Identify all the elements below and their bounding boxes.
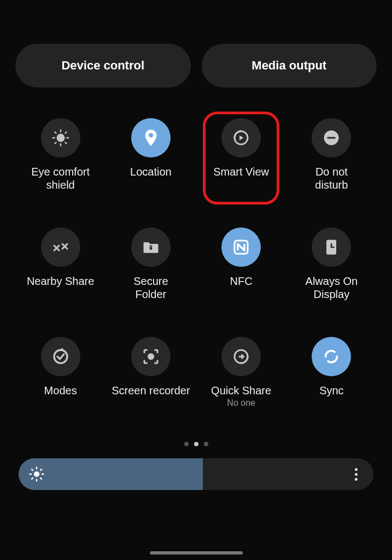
svg-line-5 <box>65 142 66 143</box>
tile-label: Nearby Share <box>27 275 94 288</box>
tile-secure-folder[interactable]: Secure Folder <box>107 224 195 301</box>
tile-nfc[interactable]: NFC <box>197 224 285 288</box>
dnd-icon <box>312 118 351 158</box>
top-button-row: Device control Media output <box>15 44 377 88</box>
more-vert-icon <box>355 473 358 476</box>
modes-icon <box>41 337 80 376</box>
svg-line-24 <box>32 478 33 479</box>
svg-point-14 <box>54 350 67 363</box>
pager-dot[interactable] <box>184 442 189 446</box>
svg-line-7 <box>65 132 66 133</box>
tile-location[interactable]: Location <box>107 115 195 178</box>
tile-label: Quick Share <box>211 384 271 397</box>
svg-line-23 <box>40 478 42 479</box>
tile-sync[interactable]: Sync <box>288 334 375 397</box>
tile-modes[interactable]: Modes <box>17 334 104 397</box>
tile-nearby-share[interactable]: Nearby Share <box>17 224 104 288</box>
page-indicator[interactable] <box>15 442 377 446</box>
svg-rect-10 <box>327 137 336 139</box>
brightness-row <box>15 458 377 490</box>
sync-icon <box>312 337 351 376</box>
tile-label: Secure Folder <box>133 275 168 301</box>
gesture-nav-bar[interactable] <box>150 551 243 555</box>
svg-line-6 <box>55 142 56 143</box>
tile-eye-comfort[interactable]: Eye comfort shield <box>17 115 104 191</box>
tile-label: Sync <box>319 384 343 397</box>
smart-view-icon <box>221 118 261 158</box>
location-icon <box>131 118 171 158</box>
brightness-options-button[interactable] <box>344 462 368 486</box>
quick-tiles-grid: Eye comfort shieldLocationSmart ViewDo n… <box>15 115 377 432</box>
pager-dot[interactable] <box>194 442 198 446</box>
media-output-label: Media output <box>251 59 326 73</box>
screen-recorder-icon <box>131 337 171 376</box>
pager-dot[interactable] <box>204 442 208 446</box>
tile-label: Always On Display <box>306 275 358 301</box>
svg-point-15 <box>148 354 153 359</box>
tile-label: Do not disturb <box>315 165 348 191</box>
tile-quick-share[interactable]: Quick ShareNo one <box>197 334 285 408</box>
brightness-slider[interactable] <box>19 458 373 490</box>
tile-label: Modes <box>44 384 77 397</box>
svg-point-17 <box>34 471 39 477</box>
eye-comfort-icon <box>41 118 80 158</box>
tile-label: Location <box>130 165 172 178</box>
tile-label: Eye comfort shield <box>31 165 90 191</box>
tile-smart-view[interactable]: Smart View <box>197 115 285 178</box>
nearby-share-icon <box>41 228 80 267</box>
svg-rect-11 <box>150 247 153 250</box>
nfc-icon <box>221 228 261 267</box>
always-on-icon <box>312 228 351 267</box>
brightness-icon <box>28 466 45 482</box>
media-output-button[interactable]: Media output <box>202 44 377 88</box>
secure-folder-icon <box>131 228 171 267</box>
tile-label: Screen recorder <box>112 384 190 397</box>
tile-screen-recorder[interactable]: Screen recorder <box>107 334 195 397</box>
tile-label: Smart View <box>213 165 269 178</box>
brightness-fill <box>19 458 203 490</box>
device-control-label: Device control <box>61 59 144 73</box>
quick-share-icon <box>221 337 261 376</box>
tile-always-on[interactable]: Always On Display <box>288 224 375 301</box>
svg-line-4 <box>55 132 56 133</box>
tile-dnd[interactable]: Do not disturb <box>288 115 375 191</box>
device-control-button[interactable]: Device control <box>15 44 191 88</box>
tile-sublabel: No one <box>227 398 255 408</box>
svg-line-22 <box>32 469 33 470</box>
svg-line-25 <box>40 469 42 470</box>
quick-settings-panel: Device control Media output Eye comfort … <box>0 0 392 560</box>
tile-label: NFC <box>230 275 253 288</box>
